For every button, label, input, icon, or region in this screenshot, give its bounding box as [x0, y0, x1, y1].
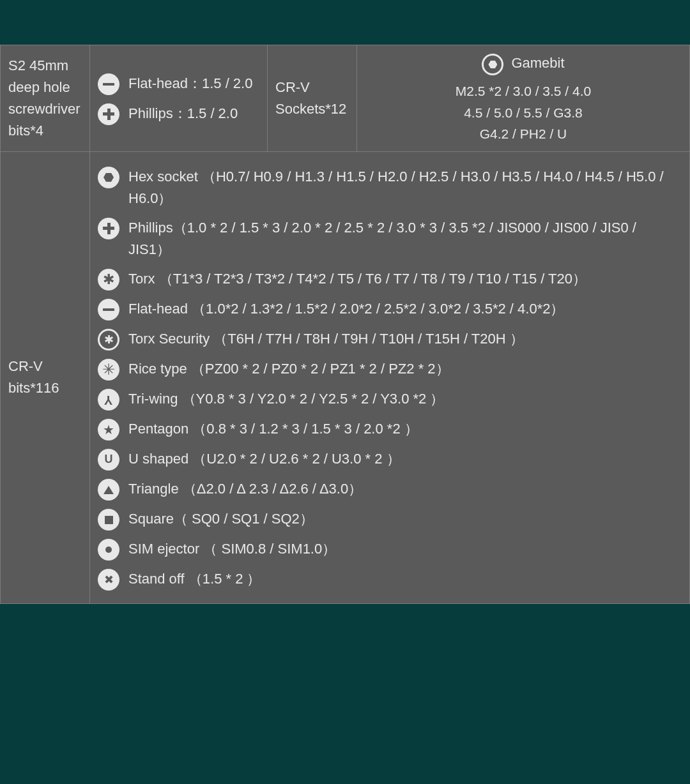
- deep-hole-bits-cell: Flat-head：1.5 / 2.0 Phillips：1.5 / 2.0: [90, 45, 268, 152]
- pentagon-text: Pentagon （0.8 * 3 / 1.2 * 3 / 1.5 * 3 / …: [128, 417, 682, 440]
- torx-security-icon: [98, 329, 119, 351]
- standoff-icon: [98, 569, 119, 591]
- crv-bits-label: CR-V bits*116: [1, 151, 90, 603]
- tri-wing-icon: [98, 389, 119, 411]
- gamebit-icon: [482, 54, 503, 75]
- phillips-text: Phillips（1.0 * 2 / 1.5 * 3 / 2.0 * 2 / 2…: [128, 216, 682, 260]
- hex-socket-text: Hex socket （H0.7/ H0.9 / H1.3 / H1.5 / H…: [128, 165, 682, 209]
- flathead-icon: [98, 299, 119, 320]
- sockets-label: CR-V Sockets*12: [268, 45, 357, 152]
- square-icon: [98, 509, 119, 531]
- rice-text: Rice type （PZ00 * 2 / PZ0 * 2 / PZ1 * 2 …: [128, 357, 682, 380]
- triangle-text: Triangle （Δ2.0 / Δ 2.3 / Δ2.6 / Δ3.0）: [128, 477, 682, 500]
- square-text: Square（ SQ0 / SQ1 / SQ2）: [128, 507, 682, 530]
- gamebit-sizes: M2.5 *2 / 3.0 / 3.5 / 4.0 4.5 / 5.0 / 5.…: [365, 80, 682, 145]
- bits-spec-table: S2 45mm deep hole screwdriver bits*4 Fla…: [0, 45, 690, 604]
- standoff-text: Stand off （1.5 * 2 ）: [128, 567, 682, 590]
- phillips-sizes: Phillips：1.5 / 2.0: [128, 102, 259, 124]
- torx-security-text: Torx Security （T6H / T7H / T8H / T9H / T…: [128, 327, 682, 350]
- hex-socket-icon: [98, 167, 119, 188]
- gamebit-cell: Gamebit M2.5 *2 / 3.0 / 3.5 / 4.0 4.5 / …: [357, 45, 690, 152]
- triangle-icon: [98, 479, 119, 501]
- u-shaped-icon: [98, 449, 119, 471]
- rice-icon: [98, 359, 119, 381]
- torx-icon: [98, 269, 119, 290]
- torx-text: Torx （T1*3 / T2*3 / T3*2 / T4*2 / T5 / T…: [128, 267, 682, 290]
- deep-hole-label: S2 45mm deep hole screwdriver bits*4: [1, 45, 90, 152]
- crv-bits-list: Hex socket （H0.7/ H0.9 / H1.3 / H1.5 / H…: [90, 151, 690, 603]
- flathead-sizes: Flat-head：1.5 / 2.0: [128, 72, 259, 94]
- tri-wing-text: Tri-wing （Y0.8 * 3 / Y2.0 * 2 / Y2.5 * 2…: [128, 387, 682, 410]
- phillips-icon: [98, 103, 119, 125]
- flathead-icon: [98, 73, 119, 95]
- sim-ejector-text: SIM ejector （ SIM0.8 / SIM1.0）: [128, 537, 682, 560]
- flathead-text: Flat-head （1.0*2 / 1.3*2 / 1.5*2 / 2.0*2…: [128, 297, 682, 320]
- pentagon-icon: [98, 419, 119, 441]
- phillips-icon: [98, 218, 119, 239]
- gamebit-title: Gamebit: [511, 52, 564, 74]
- u-shaped-text: U shaped （U2.0 * 2 / U2.6 * 2 / U3.0 * 2…: [128, 447, 682, 470]
- sim-ejector-icon: [98, 539, 119, 561]
